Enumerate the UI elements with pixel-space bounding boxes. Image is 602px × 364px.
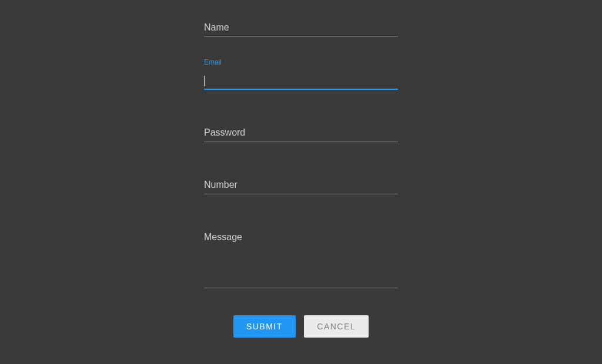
text-caret bbox=[204, 76, 205, 86]
number-input[interactable] bbox=[204, 171, 398, 194]
message-field-wrapper: Message bbox=[204, 224, 398, 291]
email-input[interactable] bbox=[204, 66, 398, 90]
number-field-wrapper: Number bbox=[204, 171, 398, 194]
form-container: Name Email Password Number Message SUBMI… bbox=[204, 0, 398, 338]
message-textarea[interactable] bbox=[204, 224, 398, 288]
email-label: Email bbox=[204, 58, 222, 66]
submit-button[interactable]: SUBMIT bbox=[233, 315, 296, 338]
email-field-wrapper: Email bbox=[204, 66, 398, 90]
name-field-wrapper: Name bbox=[204, 14, 398, 37]
password-input[interactable] bbox=[204, 119, 398, 142]
name-input[interactable] bbox=[204, 14, 398, 37]
button-row: SUBMIT CANCEL bbox=[204, 315, 398, 338]
password-field-wrapper: Password bbox=[204, 119, 398, 142]
cancel-button[interactable]: CANCEL bbox=[304, 315, 369, 338]
